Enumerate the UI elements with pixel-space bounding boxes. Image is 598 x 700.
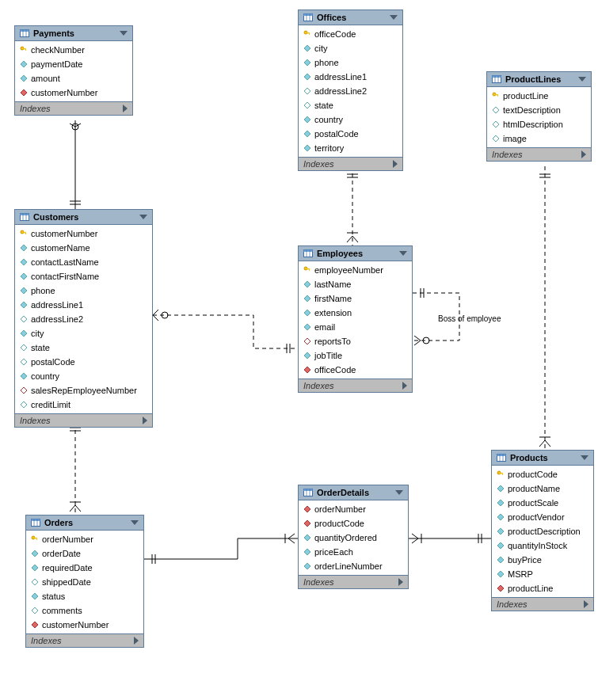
attribute-row[interactable]: customerNumber xyxy=(15,86,132,100)
attribute-row[interactable]: productLine xyxy=(487,89,591,103)
chevron-down-icon[interactable] xyxy=(578,77,586,82)
entity-offices[interactable]: OfficesofficeCodecityphoneaddressLine1ad… xyxy=(298,10,403,171)
attribute-row[interactable]: postalCode xyxy=(15,355,152,369)
attribute-row[interactable]: contactLastName xyxy=(15,255,152,269)
attribute-row[interactable]: email xyxy=(299,320,412,334)
attribute-row[interactable]: state xyxy=(15,340,152,355)
attribute-row[interactable]: addressLine1 xyxy=(15,298,152,312)
attribute-name: addressLine2 xyxy=(314,86,367,97)
attribute-row[interactable]: productCode xyxy=(299,516,408,531)
attribute-row[interactable]: extension xyxy=(299,306,412,320)
attribute-row[interactable]: customerName xyxy=(15,241,152,255)
attribute-row[interactable]: officeCode xyxy=(299,363,412,377)
entity-footer-indexes[interactable]: Indexes xyxy=(299,575,408,588)
entity-productlines[interactable]: ProductLinesproductLinetextDescriptionht… xyxy=(486,71,592,162)
entity-footer-indexes[interactable]: Indexes xyxy=(26,633,143,647)
entity-header[interactable]: Customers xyxy=(15,210,152,225)
chevron-right-icon[interactable] xyxy=(143,417,147,424)
entity-orderdetails[interactable]: OrderDetailsorderNumberproductCodequanti… xyxy=(298,485,409,589)
attribute-row[interactable]: amount xyxy=(15,71,132,86)
attribute-row[interactable]: addressLine2 xyxy=(299,84,402,98)
attribute-row[interactable]: productDescription xyxy=(492,524,593,538)
attribute-row[interactable]: textDescription xyxy=(487,103,591,117)
attribute-row[interactable]: orderNumber xyxy=(299,502,408,516)
attribute-row[interactable]: comments xyxy=(26,603,143,618)
attribute-row[interactable]: country xyxy=(299,112,402,127)
attribute-row[interactable]: city xyxy=(15,326,152,340)
attribute-row[interactable]: lastName xyxy=(299,277,412,291)
entity-footer-indexes[interactable]: Indexes xyxy=(299,157,402,170)
entity-header[interactable]: Orders xyxy=(26,515,143,531)
attribute-row[interactable]: productCode xyxy=(492,467,593,481)
attribute-row[interactable]: employeeNumber xyxy=(299,263,412,277)
chevron-down-icon[interactable] xyxy=(390,15,398,20)
entity-header[interactable]: Offices xyxy=(299,10,402,25)
attribute-row[interactable]: priceEach xyxy=(299,545,408,559)
chevron-right-icon[interactable] xyxy=(134,637,139,645)
attribute-row[interactable]: creditLimit xyxy=(15,398,152,412)
chevron-down-icon[interactable] xyxy=(399,251,407,256)
chevron-down-icon[interactable] xyxy=(581,455,588,460)
attribute-row[interactable]: status xyxy=(26,589,143,603)
attribute-row[interactable]: productName xyxy=(492,481,593,496)
attribute-row[interactable]: buyPrice xyxy=(492,553,593,567)
entity-products[interactable]: ProductsproductCodeproductNameproductSca… xyxy=(491,450,594,611)
attribute-row[interactable]: customerNumber xyxy=(15,226,152,241)
attribute-row[interactable]: orderNumber xyxy=(26,532,143,546)
entity-header[interactable]: Employees xyxy=(299,246,412,261)
attribute-row[interactable]: phone xyxy=(15,283,152,298)
attribute-row[interactable]: checkNumber xyxy=(15,43,132,57)
attribute-row[interactable]: firstName xyxy=(299,291,412,306)
attribute-row[interactable]: phone xyxy=(299,55,402,70)
entity-footer-indexes[interactable]: Indexes xyxy=(15,413,152,427)
entity-header[interactable]: Payments xyxy=(15,26,132,41)
attribute-row[interactable]: territory xyxy=(299,141,402,155)
entity-customers[interactable]: CustomerscustomerNumbercustomerNameconta… xyxy=(14,209,153,428)
chevron-right-icon[interactable] xyxy=(584,600,588,608)
attribute-row[interactable]: orderDate xyxy=(26,546,143,561)
attribute-row[interactable]: paymentDate xyxy=(15,57,132,71)
chevron-down-icon[interactable] xyxy=(139,215,147,219)
chevron-right-icon[interactable] xyxy=(393,160,398,168)
attribute-row[interactable]: contactFirstName xyxy=(15,269,152,283)
attribute-row[interactable]: image xyxy=(487,131,591,146)
chevron-down-icon[interactable] xyxy=(131,520,139,525)
attribute-row[interactable]: state xyxy=(299,98,402,112)
attribute-row[interactable]: jobTitle xyxy=(299,348,412,363)
attribute-row[interactable]: productScale xyxy=(492,496,593,510)
entity-footer-indexes[interactable]: Indexes xyxy=(487,147,591,161)
attribute-row[interactable]: addressLine2 xyxy=(15,312,152,326)
entity-footer-indexes[interactable]: Indexes xyxy=(15,101,132,115)
attribute-row[interactable]: officeCode xyxy=(299,27,402,41)
entity-payments[interactable]: PaymentscheckNumberpaymentDateamountcust… xyxy=(14,25,133,116)
chevron-down-icon[interactable] xyxy=(120,31,128,36)
chevron-down-icon[interactable] xyxy=(395,490,403,495)
chevron-right-icon[interactable] xyxy=(402,382,407,390)
entity-orders[interactable]: OrdersorderNumberorderDaterequiredDatesh… xyxy=(25,515,144,648)
chevron-right-icon[interactable] xyxy=(398,578,403,586)
entity-header[interactable]: ProductLines xyxy=(487,72,591,87)
attribute-row[interactable]: shippedDate xyxy=(26,575,143,589)
attribute-row[interactable]: MSRP xyxy=(492,567,593,581)
attribute-row[interactable]: reportsTo xyxy=(299,334,412,348)
chevron-right-icon[interactable] xyxy=(123,105,128,112)
attribute-row[interactable]: quantityInStock xyxy=(492,538,593,553)
attribute-row[interactable]: city xyxy=(299,41,402,55)
entity-header[interactable]: OrderDetails xyxy=(299,485,408,500)
attribute-row[interactable]: salesRepEmployeeNumber xyxy=(15,383,152,398)
attribute-row[interactable]: quantityOrdered xyxy=(299,531,408,545)
attribute-row[interactable]: postalCode xyxy=(299,127,402,141)
attribute-row[interactable]: htmlDescription xyxy=(487,117,591,131)
attribute-row[interactable]: addressLine1 xyxy=(299,70,402,84)
attribute-row[interactable]: productVendor xyxy=(492,510,593,524)
entity-employees[interactable]: EmployeesemployeeNumberlastNamefirstName… xyxy=(298,245,413,393)
entity-header[interactable]: Products xyxy=(492,451,593,466)
attribute-row[interactable]: productLine xyxy=(492,581,593,595)
attribute-row[interactable]: orderLineNumber xyxy=(299,559,408,573)
entity-footer-indexes[interactable]: Indexes xyxy=(492,597,593,611)
attribute-row[interactable]: country xyxy=(15,369,152,383)
entity-footer-indexes[interactable]: Indexes xyxy=(299,379,412,392)
attribute-row[interactable]: customerNumber xyxy=(26,618,143,632)
chevron-right-icon[interactable] xyxy=(581,150,586,158)
attribute-row[interactable]: requiredDate xyxy=(26,561,143,575)
